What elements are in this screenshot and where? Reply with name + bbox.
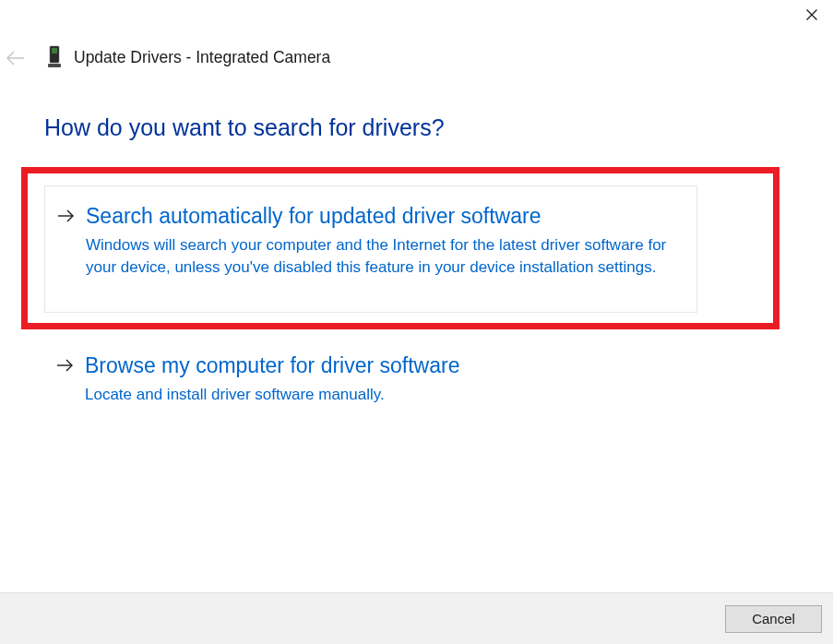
- arrow-left-icon: [6, 50, 26, 66]
- cancel-button[interactable]: Cancel: [725, 605, 822, 633]
- option-description: Locate and install driver software manua…: [85, 384, 681, 406]
- back-button: [6, 50, 26, 71]
- wizard-header: Update Drivers - Integrated Camera: [46, 44, 330, 70]
- option-description: Windows will search your computer and th…: [86, 234, 680, 279]
- wizard-title: Update Drivers - Integrated Camera: [74, 48, 330, 67]
- wizard-question: How do you want to search for drivers?: [44, 114, 445, 141]
- svg-rect-4: [52, 48, 57, 54]
- device-icon: [46, 44, 63, 70]
- titlebar: [0, 0, 833, 30]
- wizard-footer: Cancel: [0, 592, 833, 644]
- arrow-right-icon: [58, 206, 75, 227]
- close-icon: [806, 9, 817, 20]
- option-search-automatically[interactable]: Search automatically for updated driver …: [44, 185, 697, 313]
- close-button[interactable]: [791, 0, 833, 30]
- option-title: Search automatically for updated driver …: [86, 203, 541, 231]
- option-header: Browse my computer for driver software: [57, 352, 681, 380]
- option-browse-computer[interactable]: Browse my computer for driver software L…: [44, 343, 697, 415]
- arrow-right-icon: [57, 355, 74, 376]
- option-title: Browse my computer for driver software: [85, 352, 459, 380]
- option-header: Search automatically for updated driver …: [58, 203, 680, 231]
- svg-rect-5: [48, 64, 61, 67]
